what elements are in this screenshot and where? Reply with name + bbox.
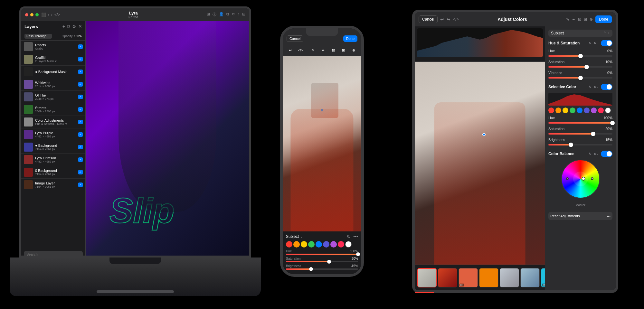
swatch-red[interactable] <box>548 108 554 113</box>
export-icon[interactable]: ↑ <box>238 12 240 17</box>
iphone-swatch-orange[interactable] <box>293 241 300 248</box>
hs-refresh-icon[interactable]: ↻ <box>589 42 592 45</box>
iphone-swatch-red[interactable] <box>286 241 292 248</box>
iphone-swatch-indigo[interactable] <box>323 241 329 248</box>
ipad-cancel-button[interactable]: Cancel <box>419 15 438 23</box>
ipad-subject-indicator[interactable] <box>482 133 486 136</box>
vibrance-slider[interactable] <box>548 77 612 79</box>
swatch-orange[interactable] <box>555 108 561 113</box>
thumbnail-item[interactable] <box>438 268 457 287</box>
swatch-purple[interactable] <box>591 108 597 113</box>
duplicate-icon[interactable]: ⧉ <box>226 12 229 17</box>
swatch-blue[interactable] <box>577 108 582 113</box>
thumbnail-item[interactable] <box>479 268 498 287</box>
iphone-crop-icon[interactable]: ⊡ <box>330 46 337 54</box>
layer-visibility-check[interactable]: ✓ <box>78 57 83 61</box>
iphone-more-icon[interactable]: ••• <box>353 234 358 239</box>
nav-back-icon[interactable]: ‹ <box>48 13 49 17</box>
layer-visibility-check[interactable]: ✓ <box>78 107 83 112</box>
color-wheel-tertiary-dot[interactable] <box>591 177 593 180</box>
maximize-button[interactable] <box>35 13 39 16</box>
layer-visibility-check[interactable]: ✓ <box>78 70 83 74</box>
layer-visibility-check[interactable]: ✓ <box>78 183 83 187</box>
ipad-grid2-icon[interactable]: ⊞ <box>584 17 587 22</box>
thumbnail-item[interactable] <box>500 268 519 287</box>
layer-item[interactable]: Color Adjustments Hue & Saturati... Mask… <box>21 116 85 128</box>
iphone-swatch-purple[interactable] <box>330 241 337 248</box>
iphone-bright-slider[interactable] <box>286 268 358 270</box>
color-wheel[interactable] <box>561 160 600 198</box>
layer-visibility-check[interactable]: ✓ <box>78 95 83 99</box>
add-layer-icon[interactable]: + <box>62 24 65 29</box>
layer-item[interactable]: Effects Grabs ✓ <box>21 41 85 53</box>
layer-item[interactable]: Of The 2048 × 974 px ✓ <box>21 91 85 103</box>
saturation-slider-thumb[interactable] <box>584 65 589 69</box>
subject-chevron-up[interactable]: ⌃ <box>603 31 606 35</box>
subject-add-icon[interactable]: + <box>608 31 610 35</box>
layer-item[interactable]: Lyra Purple 4482 × 4982 px ✓ <box>21 128 85 141</box>
ipad-undo-icon[interactable]: ↩ <box>440 17 444 22</box>
settings-layer-icon[interactable]: ⚙ <box>72 24 76 29</box>
layers-icon[interactable]: ⊞ <box>207 12 210 17</box>
sc-hue-thumb[interactable] <box>610 121 615 125</box>
layer-item[interactable]: ● Background Mask ✓ <box>21 66 85 78</box>
cb-refresh-icon[interactable]: ↻ <box>589 152 592 155</box>
swatch-indigo[interactable] <box>584 108 590 113</box>
iphone-subject-button[interactable]: Subject ⌄ <box>286 234 303 239</box>
sc-bright-slider[interactable] <box>548 144 612 145</box>
search-input[interactable] <box>24 251 83 258</box>
iphone-undo-icon[interactable]: ↩ <box>287 46 294 54</box>
duplicate-layer-icon[interactable]: ⧉ <box>67 24 70 29</box>
grid-icon[interactable]: ⊟ <box>242 12 245 17</box>
layer-item[interactable]: ● Background 7154 × 7061 px ✓ <box>21 141 85 154</box>
nav-forward-icon[interactable]: › <box>51 13 52 17</box>
iphone-sat-slider[interactable] <box>286 261 358 262</box>
thumbnail-item[interactable] <box>520 268 540 287</box>
layer-visibility-check[interactable]: ✓ <box>78 82 83 87</box>
subject-dropdown[interactable]: Subject ⌃ + <box>548 30 612 37</box>
color-balance-toggle[interactable] <box>601 151 612 157</box>
hue-slider[interactable] <box>548 55 612 57</box>
reset-adjustments-button[interactable]: Reset Adjustments ••• <box>548 212 612 220</box>
iphone-swatch-yellow[interactable] <box>301 241 307 248</box>
blend-mode-select[interactable]: Pass Through ⌄ <box>24 34 52 39</box>
iphone-bright-thumb[interactable] <box>309 267 313 271</box>
layer-item[interactable]: Lyra Crimson 4482 × 4982 px ✓ <box>21 154 85 166</box>
saturation-slider[interactable] <box>548 66 612 68</box>
layer-visibility-check[interactable]: ✓ <box>78 132 83 137</box>
color-wheel-secondary-dot[interactable] <box>566 177 569 180</box>
ipad-crop-icon[interactable]: ⊡ <box>578 17 581 22</box>
iphone-swatch-green[interactable] <box>308 241 315 248</box>
layer-visibility-check[interactable]: ✓ <box>78 157 83 162</box>
iphone-hue-thumb[interactable] <box>356 252 360 256</box>
sc-hue-slider[interactable] <box>548 122 612 124</box>
iphone-grid-icon[interactable]: ⊞ <box>340 46 347 54</box>
iphone-hue-slider[interactable] <box>286 254 358 255</box>
info-icon[interactable]: ⓘ <box>213 12 216 17</box>
close-sidebar-icon[interactable]: ✕ <box>78 24 82 29</box>
swatch-yellow[interactable] <box>563 108 568 113</box>
swatch-pink[interactable] <box>598 108 604 113</box>
iphone-cancel-button[interactable]: Cancel <box>287 35 303 42</box>
iphone-code-icon[interactable]: </> <box>297 46 304 54</box>
layer-item[interactable]: Streets 2309 × 1303 px ✓ <box>21 103 85 116</box>
close-button[interactable] <box>25 13 28 16</box>
iphone-sat-thumb[interactable] <box>327 260 331 264</box>
thumbnail-item[interactable] <box>417 268 437 287</box>
hue-slider-thumb[interactable] <box>578 54 583 58</box>
iphone-swatch-pink[interactable] <box>338 241 344 248</box>
sc-sat-thumb[interactable] <box>591 132 595 136</box>
code-icon[interactable]: </> <box>54 13 60 17</box>
color-wheel-main-dot[interactable] <box>582 177 585 181</box>
swatch-green[interactable] <box>570 108 575 113</box>
iphone-swatch-white[interactable] <box>345 241 352 248</box>
ipad-redo-icon[interactable]: ↪ <box>447 17 450 22</box>
ipad-share-icon[interactable]: ⊕ <box>590 17 593 22</box>
loop-icon[interactable]: ⟳ <box>232 12 235 17</box>
iphone-done-button[interactable]: Done <box>343 35 357 42</box>
layer-visibility-check[interactable]: ✓ <box>78 170 83 174</box>
iphone-swatch-blue[interactable] <box>316 241 322 248</box>
layer-item[interactable]: Whirlwind 2014 × 1080 px ✓ <box>21 78 85 91</box>
swatch-white[interactable] <box>605 108 611 113</box>
selective-color-toggle[interactable] <box>601 84 612 90</box>
